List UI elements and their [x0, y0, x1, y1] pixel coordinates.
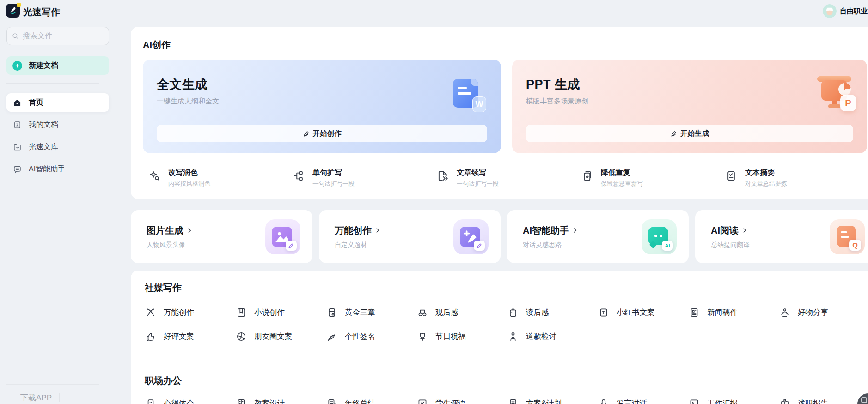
- sidebar-item-label: 光速文库: [29, 142, 58, 152]
- shortcut-row: 图片生成 人物风景头像 万能创作 自定义题材 AI智能助手: [131, 210, 868, 263]
- cat-item-year-summary[interactable]: 年终总结: [326, 392, 416, 404]
- cat-item-praise-copy[interactable]: 好评文案: [145, 325, 235, 349]
- sidebar-item-library[interactable]: 光速文库: [6, 138, 109, 156]
- cat-item-label: 述职报告: [798, 398, 828, 404]
- tool-title: 降低重复: [601, 168, 643, 178]
- pen-badge: [474, 241, 485, 251]
- new-doc-button[interactable]: 新建文档: [6, 56, 109, 75]
- new-doc-label: 新建文档: [29, 61, 58, 71]
- cat-item-label: 节日祝福: [435, 332, 466, 342]
- topbar: 光速写作 自由职业: [0, 0, 868, 22]
- sidebar-item-home[interactable]: 首页: [6, 93, 109, 112]
- tool-article-continue[interactable]: 文章续写 一句话扩写一段: [431, 168, 575, 188]
- tool-subtitle: 一句话扩写一段: [457, 180, 499, 188]
- cat-item-label: 教案设计: [254, 398, 285, 404]
- avatar[interactable]: [823, 4, 837, 18]
- fulltext-gen-card[interactable]: 全文生成 一键生成大纲和全文 开始创作 W: [143, 60, 501, 153]
- cat-item-label: 读后感: [526, 308, 549, 318]
- summary-icon: [724, 169, 738, 183]
- continue-icon: [436, 169, 450, 183]
- cat-item-label: 朋友圈文案: [254, 332, 293, 342]
- cat-item-golden-chapters[interactable]: 黄金三章: [326, 301, 416, 325]
- ai-assistant-icon: AI: [642, 219, 677, 254]
- cat-item-label: 好评文案: [164, 332, 194, 342]
- thumbs-up-icon: [145, 331, 157, 343]
- dedup-icon: [580, 169, 594, 183]
- start-writing-button[interactable]: 开始创作: [157, 125, 487, 142]
- cat-item-work-report[interactable]: 工作汇报: [688, 392, 779, 404]
- tool-reduce-duplicate[interactable]: 降低重复 保留意思重新写: [575, 168, 720, 188]
- workplace-section: 职场办公 心得体会 教案设计 年终总结 学生评语 方案&计划 发言讲话 工作汇报…: [145, 374, 868, 404]
- ai-assistant-card[interactable]: AI智能助手 对话灵感思路 AI: [507, 210, 689, 263]
- footer-divider: [6, 384, 99, 385]
- tool-subtitle: 一句话扩写一段: [312, 180, 355, 188]
- card-title: PPT 生成: [526, 76, 853, 93]
- search-input[interactable]: [23, 32, 101, 40]
- pie-chart-icon: [838, 83, 851, 96]
- cat-item-lesson-plan[interactable]: 教案设计: [235, 392, 326, 404]
- download-app-link[interactable]: 下载APP: [20, 392, 52, 403]
- card-subtitle: 模版丰富多场景原创: [526, 97, 853, 106]
- tool-rewrite-polish[interactable]: 改写润色 内容按风格润色: [143, 168, 287, 188]
- cat-item-debrief[interactable]: 述职报告: [779, 392, 868, 404]
- cat-item-share-goods[interactable]: 好物分享: [779, 301, 868, 325]
- cat-item-label: 小说创作: [254, 308, 285, 318]
- category-title: 社媒写作: [145, 282, 868, 294]
- pen-icon: [303, 130, 310, 137]
- share-goods-icon: [779, 307, 791, 319]
- cat-item-label: 工作汇报: [707, 398, 738, 404]
- cat-item-news[interactable]: 新闻稿件: [688, 301, 779, 325]
- cat-item-apology[interactable]: 道歉检讨: [507, 325, 598, 349]
- image-gen-card[interactable]: 图片生成 人物风景头像: [131, 210, 312, 263]
- cat-item-plan[interactable]: 方案&计划: [507, 392, 598, 404]
- tool-sentence-expand[interactable]: 单句扩写 一句话扩写一段: [287, 168, 431, 188]
- universal-create-icon: [453, 219, 489, 254]
- ai-read-card[interactable]: AI阅读 总结提问翻译 Q: [695, 210, 868, 263]
- cat-item-student-comment[interactable]: 学生评语: [416, 392, 507, 404]
- ppt-gen-card[interactable]: PPT 生成 模版丰富多场景原创 开始生成 P: [512, 60, 867, 153]
- tool-title: 文本摘要: [745, 168, 787, 178]
- cat-item-signature[interactable]: 个性签名: [326, 325, 416, 349]
- tool-subtitle: 对文章总结提炼: [745, 180, 787, 188]
- cat-item-insight[interactable]: 心得体会: [145, 392, 235, 404]
- word-badge: W: [472, 96, 486, 112]
- universal-create-card[interactable]: 万能创作 自定义题材: [319, 210, 501, 263]
- search-box[interactable]: [6, 27, 109, 45]
- cat-item-festival[interactable]: 节日祝福: [416, 325, 507, 349]
- plus-icon: [12, 61, 22, 71]
- footer-separator: [59, 393, 60, 402]
- tool-title: 单句扩写: [312, 168, 355, 178]
- cat-item-moments[interactable]: 朋友圈文案: [235, 325, 326, 349]
- card-title: AI阅读: [711, 224, 739, 237]
- help-glyph-icon: [861, 397, 867, 403]
- user-menu[interactable]: 自由职业: [823, 0, 868, 22]
- cat-item-reading-review[interactable]: 读后感: [507, 301, 598, 325]
- insight-icon: [145, 398, 157, 404]
- ppt-icon: P: [817, 76, 856, 111]
- cat-item-film-review[interactable]: 观后感: [416, 301, 507, 325]
- sidebar-item-ai-helper[interactable]: AI智能助手: [6, 160, 109, 178]
- app-logo: [6, 4, 20, 18]
- q-badge: Q: [849, 240, 861, 251]
- debrief-icon: [779, 398, 791, 404]
- user-label[interactable]: 自由职业: [840, 7, 868, 16]
- cat-item-speech[interactable]: 发言讲话: [598, 392, 688, 404]
- tool-subtitle: 内容按风格润色: [168, 180, 210, 188]
- cat-item-label: 学生评语: [435, 398, 466, 404]
- chevron-right-icon: [741, 227, 748, 234]
- tool-title: 文章续写: [457, 168, 499, 178]
- festival-icon: [416, 331, 428, 343]
- category-title: 职场办公: [145, 374, 868, 387]
- sidebar-item-my-docs[interactable]: 我的文档: [6, 115, 109, 134]
- cat-item-universal-create[interactable]: 万能创作: [145, 301, 235, 325]
- cat-item-xiaohongshu[interactable]: 小红书文案: [598, 301, 688, 325]
- novel-icon: [235, 307, 247, 319]
- library-icon: [12, 142, 22, 152]
- cat-item-novel[interactable]: 小说创作: [235, 301, 326, 325]
- tool-text-summary[interactable]: 文本摘要 对文章总结提炼: [720, 168, 864, 188]
- brush-badge: [286, 241, 297, 251]
- cat-item-label: 观后感: [435, 308, 458, 318]
- cat-item-label: 新闻稿件: [707, 308, 738, 318]
- ai-badge: AI: [662, 241, 673, 251]
- start-generating-button[interactable]: 开始生成: [526, 125, 853, 142]
